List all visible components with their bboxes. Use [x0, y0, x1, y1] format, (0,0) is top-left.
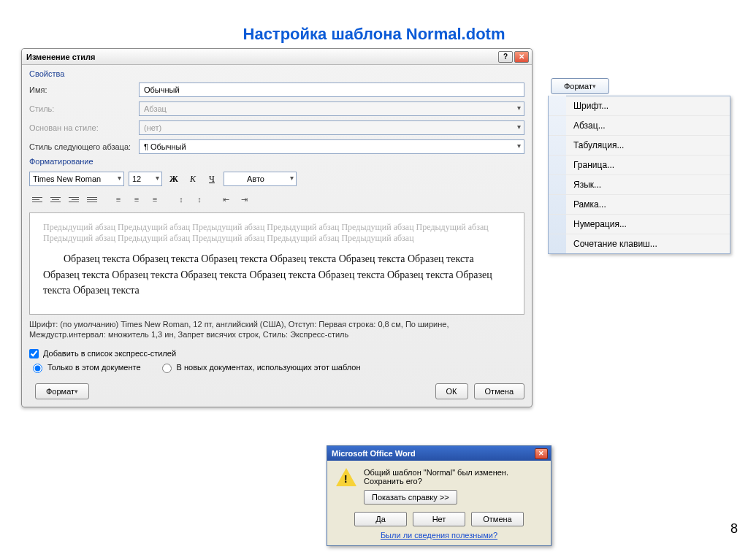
label-name: Имя: — [29, 85, 139, 94]
font-size-value: 12 — [132, 174, 141, 183]
section-formatting: Форматирование — [29, 157, 524, 166]
line-spacing-2-icon[interactable]: ≡ — [147, 192, 163, 207]
radio-new-documents-label: В новых документах, использующих этот ша… — [177, 363, 361, 372]
font-color-select[interactable]: Авто — [224, 172, 297, 186]
preview-panel: Предыдущий абзац Предыдущий абзац Предыд… — [29, 212, 524, 315]
feedback-link[interactable]: Были ли сведения полезными? — [336, 531, 542, 540]
align-center-icon[interactable] — [47, 192, 64, 207]
select-style: Абзац — [139, 101, 524, 116]
page-number: 8 — [730, 521, 738, 537]
input-name[interactable]: Обычный — [139, 83, 524, 97]
no-button[interactable]: Нет — [413, 512, 465, 526]
font-family-value: Times New Roman — [33, 174, 101, 183]
value-style: Абзац — [144, 104, 167, 113]
radio-only-document[interactable]: Только в этом документе — [29, 361, 141, 373]
value-name: Обычный — [144, 85, 180, 94]
format-menu-button[interactable]: Формат — [551, 78, 609, 94]
radio-only-document-label: Только в этом документе — [47, 363, 141, 372]
format-menu-panel: Шрифт... Абзац... Табуляция... Граница..… — [548, 96, 730, 254]
font-size-select[interactable]: 12 — [129, 172, 162, 186]
format-menu: Формат Шрифт... Абзац... Табуляция... Гр… — [548, 78, 730, 254]
menu-item-tabs[interactable]: Табуляция... — [549, 136, 730, 156]
bold-button[interactable]: Ж — [167, 172, 181, 186]
select-based-on: (нет) — [139, 120, 524, 135]
save-prompt-titlebar[interactable]: Microsoft Office Word ✕ — [327, 446, 551, 461]
dialog-titlebar[interactable]: Изменение стиля ? ✕ — [22, 49, 532, 65]
modify-style-dialog: Изменение стиля ? ✕ Свойства Имя: Обычны… — [21, 48, 533, 407]
underline-button[interactable]: Ч — [205, 172, 219, 186]
menu-item-shortcut[interactable]: Сочетание клавиш... — [549, 234, 730, 253]
label-next: Стиль следующего абзаца: — [29, 142, 139, 151]
prompt-cancel-button[interactable]: Отмена — [471, 512, 524, 526]
font-family-select[interactable]: Times New Roman — [29, 172, 124, 186]
space-before-inc-icon[interactable]: ↕ — [173, 192, 189, 207]
show-help-button[interactable]: Показать справку >> — [364, 490, 457, 505]
menu-item-numbering[interactable]: Нумерация... — [549, 215, 730, 234]
format-dropdown-button[interactable]: Формат — [35, 383, 89, 399]
line-spacing-1-icon[interactable]: ≡ — [110, 192, 126, 207]
add-to-quick-styles-checkbox[interactable] — [29, 349, 39, 358]
value-based-on: (нет) — [144, 123, 161, 132]
indent-decrease-icon[interactable]: ⇤ — [218, 192, 234, 207]
save-prompt-dialog: Microsoft Office Word ✕ Общий шаблон "No… — [327, 445, 552, 546]
style-summary: Шрифт: (по умолчанию) Times New Roman, 1… — [29, 319, 524, 340]
label-style: Стиль: — [29, 104, 139, 113]
cancel-button[interactable]: Отмена — [474, 383, 524, 399]
slide-title: Настройка шаблона Normal.dotm — [0, 25, 748, 44]
ok-button[interactable]: ОК — [435, 383, 468, 399]
dialog-title: Изменение стиля — [26, 53, 497, 61]
menu-item-language[interactable]: Язык... — [549, 175, 730, 195]
help-button[interactable]: ? — [498, 51, 513, 63]
section-properties: Свойства — [29, 69, 524, 78]
add-to-quick-styles-label: Добавить в список экспресс-стилей — [43, 349, 176, 358]
italic-button[interactable]: К — [186, 172, 200, 186]
line-spacing-15-icon[interactable]: ≡ — [129, 192, 145, 207]
align-right-icon[interactable] — [66, 192, 82, 207]
menu-item-paragraph[interactable]: Абзац... — [549, 116, 730, 136]
menu-item-border[interactable]: Граница... — [549, 156, 730, 175]
yes-button[interactable]: Да — [354, 512, 407, 526]
space-before-dec-icon[interactable]: ↕ — [191, 192, 207, 207]
save-prompt-message: Общий шаблон "Normal" был изменен. Сохра… — [364, 468, 542, 486]
value-next: ¶ Обычный — [144, 142, 186, 151]
save-prompt-title: Microsoft Office Word — [332, 449, 416, 458]
label-based-on: Основан на стиле: — [29, 123, 139, 132]
menu-item-font[interactable]: Шрифт... — [549, 96, 730, 116]
align-left-icon[interactable] — [29, 192, 45, 207]
align-justify-icon[interactable] — [84, 192, 100, 207]
preview-previous-paragraph: Предыдущий абзац Предыдущий абзац Предыд… — [43, 222, 511, 244]
select-next-style[interactable]: ¶ Обычный — [139, 139, 524, 154]
menu-item-frame[interactable]: Рамка... — [549, 195, 730, 215]
preview-sample-text: Образец текста Образец текста Образец те… — [43, 251, 511, 299]
close-button[interactable]: ✕ — [514, 51, 529, 63]
font-color-value: Авто — [247, 174, 264, 183]
radio-new-documents[interactable]: В новых документах, использующих этот ша… — [159, 361, 361, 373]
indent-increase-icon[interactable]: ⇥ — [236, 192, 252, 207]
warning-icon — [336, 468, 356, 488]
close-icon[interactable]: ✕ — [535, 448, 548, 459]
